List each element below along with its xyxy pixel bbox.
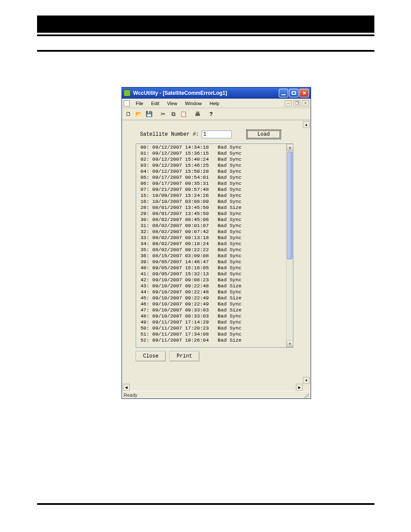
scroll-up-icon[interactable]: ▲	[303, 121, 310, 128]
document-icon[interactable]	[124, 100, 130, 106]
log-row[interactable]: 05: 09/17/2007 08:54:01 Bad Sync	[137, 174, 285, 180]
log-row[interactable]: 51: 09/11/2007 17:34:08 Bad Sync	[137, 331, 285, 337]
log-row[interactable]: 34: 08/02/2007 09:18:24 Bad Sync	[137, 241, 285, 247]
menu-help[interactable]: Help	[206, 100, 223, 107]
page-header-bar	[37, 16, 374, 33]
log-row[interactable]: 44: 09/10/2007 09:22:48 Bad Sync	[137, 289, 285, 295]
menu-file[interactable]: File	[132, 100, 147, 107]
log-row[interactable]: 30: 08/02/2007 08:45:06 Bad Sync	[137, 217, 285, 223]
scroll-down-icon[interactable]: ▼	[286, 340, 293, 347]
paste-icon[interactable]: 📋	[179, 109, 188, 119]
log-row[interactable]: 49: 09/11/2007 17:14:29 Bad Sync	[137, 319, 285, 325]
log-row[interactable]: 07: 09/21/2007 09:57:48 Bad Sync	[137, 187, 285, 193]
print-icon[interactable]: 🖶	[193, 109, 202, 119]
outer-vscroll[interactable]: ▲ ▼	[303, 121, 310, 384]
titlebar[interactable]: WccUtility - [SatelliteCommErrorLog1]	[122, 87, 311, 99]
log-listbox[interactable]: 00: 09/12/2007 14:34:18 Bad Sync 01: 09/…	[136, 143, 293, 348]
log-list-content: 00: 09/12/2007 14:34:18 Bad Sync 01: 09/…	[136, 144, 286, 347]
log-row[interactable]: 39: 09/05/2007 14:46:47 Bad Sync	[137, 259, 285, 265]
log-row[interactable]: 50: 09/11/2007 17:20:23 Bad Sync	[137, 325, 285, 331]
scroll-left-icon[interactable]: ◀	[123, 384, 130, 391]
save-icon[interactable]: 💾	[144, 109, 154, 119]
form-panel: Satellite Number #: Load 00: 09/12/2007 …	[129, 126, 298, 380]
log-row[interactable]: 40: 09/05/2007 15:16:05 Bad Sync	[137, 265, 285, 271]
close-button[interactable]: Close	[136, 351, 166, 361]
menubar: File Edit View Window Help – ❐ ×	[122, 99, 311, 108]
outer-hscroll[interactable]: ◀ ▶	[123, 384, 303, 391]
app-icon	[124, 90, 131, 96]
mdi-close-button[interactable]: ×	[302, 100, 309, 106]
load-button[interactable]: Load	[246, 130, 281, 139]
satellite-number-input[interactable]	[202, 131, 232, 138]
mdi-restore-button[interactable]: ❐	[293, 100, 300, 106]
scroll-down-icon[interactable]: ▼	[303, 377, 310, 384]
client-area: Satellite Number #: Load 00: 09/12/2007 …	[122, 120, 311, 391]
minimize-button[interactable]	[279, 89, 288, 97]
log-row[interactable]: 00: 09/12/2007 14:34:18 Bad Sync	[137, 144, 285, 150]
new-icon[interactable]: 🗋	[124, 109, 133, 119]
log-row[interactable]: 47: 09/10/2007 09:33:03 Bad Size	[137, 307, 285, 313]
log-row[interactable]: 06: 09/17/2007 09:35:31 Bad Sync	[137, 180, 285, 187]
menu-view[interactable]: View	[164, 100, 181, 107]
window-title: WccUtility - [SatelliteCommErrorLog1]	[133, 90, 279, 96]
resize-grip-icon[interactable]	[303, 392, 309, 398]
menu-edit[interactable]: Edit	[148, 100, 163, 107]
page-rule	[37, 50, 374, 52]
log-scrollbar[interactable]: ▲ ▼	[286, 144, 293, 347]
log-row[interactable]: 33: 08/02/2007 09:13:18 Bad Sync	[137, 235, 285, 241]
copy-icon[interactable]: ⧉	[168, 109, 178, 119]
log-row[interactable]: 36: 08/15/2007 03:09:08 Bad Sync	[137, 253, 285, 259]
log-row[interactable]: 01: 09/12/2007 15:36:15 Bad Sync	[137, 150, 285, 156]
toolbar: 🗋 📂 💾 ✂ ⧉ 📋 🖶 ?	[122, 108, 311, 120]
log-row[interactable]: 35: 08/02/2007 09:22:22 Bad Sync	[137, 247, 285, 253]
log-row[interactable]: 48: 09/10/2007 09:33:03 Bad Sync	[137, 313, 285, 319]
statusbar: Ready	[122, 391, 311, 398]
log-row[interactable]: 02: 09/12/2007 15:40:24 Bad Sync	[137, 156, 285, 162]
log-row[interactable]: 43: 09/10/2007 09:22:48 Bad Size	[137, 283, 285, 289]
help-icon[interactable]: ?	[206, 109, 216, 119]
mdi-minimize-button[interactable]: –	[285, 100, 292, 106]
log-row[interactable]: 29: 08/01/2007 13:45:50 Bad Sync	[137, 211, 285, 217]
log-row[interactable]: 45: 09/10/2007 09:22:49 Bad Size	[137, 295, 285, 301]
page-footer-rule	[37, 503, 374, 505]
log-row[interactable]: 41: 09/05/2007 15:32:13 Bad Sync	[137, 271, 285, 277]
maximize-button[interactable]	[289, 89, 299, 97]
log-row[interactable]: 03: 09/12/2007 15:46:25 Bad Sync	[137, 162, 285, 168]
log-row[interactable]: 42: 09/10/2007 09:08:23 Bad Sync	[137, 277, 285, 283]
page-rule	[37, 34, 374, 36]
scroll-up-icon[interactable]: ▲	[286, 144, 293, 151]
scroll-thumb[interactable]	[287, 152, 293, 259]
window-close-button[interactable]	[299, 89, 309, 97]
satellite-number-label: Satellite Number #:	[140, 131, 199, 137]
status-text: Ready	[124, 392, 137, 398]
log-row[interactable]: 15: 10/09/2007 15:24:26 Bad Sync	[137, 193, 285, 199]
log-row[interactable]: 31: 08/02/2007 09:01:07 Bad Sync	[137, 223, 285, 229]
menu-window[interactable]: Window	[181, 100, 205, 107]
app-window: WccUtility - [SatelliteCommErrorLog1] Fi…	[121, 87, 311, 399]
log-row[interactable]: 52: 09/11/2007 19:26:04 Bad Size	[137, 337, 285, 343]
cut-icon[interactable]: ✂	[158, 109, 168, 119]
log-row[interactable]: 46: 09/10/2007 09:22:49 Bad Sync	[137, 301, 285, 307]
scroll-right-icon[interactable]: ▶	[296, 384, 303, 391]
print-button[interactable]: Print	[169, 351, 199, 361]
log-row[interactable]: 16: 10/10/2007 03:08:09 Bad Sync	[137, 199, 285, 205]
log-row[interactable]: 04: 09/12/2007 15:50:28 Bad Sync	[137, 168, 285, 174]
log-row[interactable]: 28: 08/01/2007 13:45:50 Bad Size	[137, 205, 285, 211]
open-icon[interactable]: 📂	[134, 109, 143, 119]
log-row[interactable]: 32: 08/02/2007 09:07:42 Bad Sync	[137, 229, 285, 235]
